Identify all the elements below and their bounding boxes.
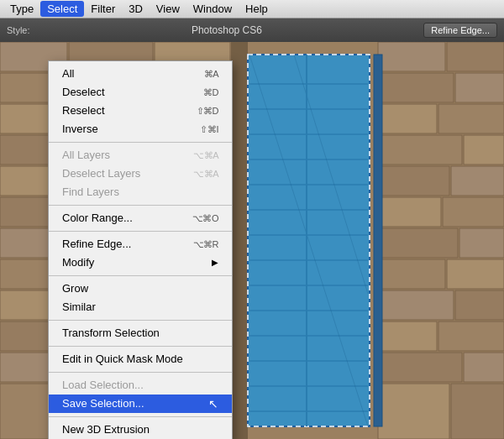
menu-transform-selection-label: Transform Selection xyxy=(62,326,160,341)
svg-rect-12 xyxy=(378,104,437,133)
menu-refine-edge[interactable]: Refine Edge... ⌥⌘R xyxy=(49,235,232,253)
menu-similar[interactable]: Similar xyxy=(49,298,232,316)
app-title: Photoshop CS6 xyxy=(192,24,262,36)
svg-rect-21 xyxy=(451,166,504,196)
svg-rect-37 xyxy=(455,290,504,320)
divider-7 xyxy=(49,372,232,373)
menu-inverse-label: Inverse xyxy=(62,122,98,137)
menu-all-shortcut: ⌘A xyxy=(204,66,218,81)
menu-inverse[interactable]: Inverse ⇧⌘I xyxy=(49,120,232,138)
menu-all-layers-label: All Layers xyxy=(62,148,110,163)
svg-rect-70 xyxy=(374,55,382,426)
menu-all-layers-shortcut: ⌥⌘A xyxy=(193,148,218,163)
svg-rect-29 xyxy=(459,228,504,258)
svg-rect-8 xyxy=(378,73,454,102)
svg-rect-5 xyxy=(447,42,504,71)
menu-reselect-shortcut: ⇧⌘D xyxy=(197,103,218,118)
select-menu-dropdown: All ⌘A Deselect ⌘D Reselect ⇧⌘D Inverse … xyxy=(48,60,233,439)
menu-section-2: All Layers ⌥⌘A Deselect Layers ⌥⌘A Find … xyxy=(49,145,232,202)
menu-refine-edge-shortcut: ⌥⌘R xyxy=(193,237,218,252)
main-canvas: All ⌘A Deselect ⌘D Reselect ⇧⌘D Inverse … xyxy=(0,42,504,439)
menu-save-selection-label: Save Selection... xyxy=(62,396,144,411)
svg-rect-48 xyxy=(378,384,449,439)
svg-rect-33 xyxy=(447,259,504,289)
svg-rect-4 xyxy=(378,42,445,71)
menu-all[interactable]: All ⌘A xyxy=(49,65,232,83)
menu-modify[interactable]: Modify ▶ xyxy=(49,253,232,272)
menu-section-8: Load Selection... Save Selection... ↖ xyxy=(49,375,232,414)
menu-new-3d-extrusion-label: New 3D Extrusion xyxy=(62,422,150,437)
menu-refine-edge-label: Refine Edge... xyxy=(62,237,131,252)
menu-section-9: New 3D Extrusion xyxy=(49,420,232,439)
menu-deselect-layers-label: Deselect Layers xyxy=(62,166,140,181)
menu-all-label: All xyxy=(62,66,74,81)
svg-rect-13 xyxy=(438,104,504,133)
menu-section-3: Color Range... ⌥⌘O xyxy=(49,208,232,228)
menu-modify-label: Modify xyxy=(62,255,94,270)
svg-rect-44 xyxy=(378,353,462,382)
menu-section-5: Grow Similar xyxy=(49,279,232,317)
menu-deselect-shortcut: ⌘D xyxy=(203,85,218,100)
cursor-indicator: ↖ xyxy=(208,396,218,411)
menu-deselect-layers[interactable]: Deselect Layers ⌥⌘A xyxy=(49,165,232,183)
divider-5 xyxy=(49,320,232,321)
menu-type[interactable]: Type xyxy=(3,1,40,17)
svg-rect-45 xyxy=(464,353,504,382)
svg-rect-32 xyxy=(378,259,445,289)
menu-grow-label: Grow xyxy=(62,281,88,296)
menu-transform-selection[interactable]: Transform Selection xyxy=(49,324,232,342)
menu-color-range-shortcut: ⌥⌘O xyxy=(192,211,218,226)
menu-inverse-shortcut: ⇧⌘I xyxy=(200,122,218,137)
menu-find-layers-label: Find Layers xyxy=(62,185,119,200)
svg-rect-28 xyxy=(378,228,458,258)
menu-deselect-label: Deselect xyxy=(62,85,105,100)
svg-rect-16 xyxy=(378,135,462,165)
svg-rect-49 xyxy=(451,384,504,439)
menu-3d[interactable]: 3D xyxy=(122,1,150,17)
menu-section-6: Transform Selection xyxy=(49,323,232,343)
svg-rect-40 xyxy=(378,321,437,351)
menu-quick-mask[interactable]: Edit in Quick Mask Mode xyxy=(49,350,232,368)
svg-rect-25 xyxy=(443,197,504,227)
menu-section-4: Refine Edge... ⌥⌘R Modify ▶ xyxy=(49,234,232,273)
menu-deselect-layers-shortcut: ⌥⌘A xyxy=(193,166,218,181)
menu-reselect[interactable]: Reselect ⇧⌘D xyxy=(49,102,232,120)
refine-edge-button[interactable]: Refine Edge... xyxy=(423,23,497,38)
menu-deselect[interactable]: Deselect ⌘D xyxy=(49,83,232,102)
menu-color-range[interactable]: Color Range... ⌥⌘O xyxy=(49,209,232,227)
menu-section-7: Edit in Quick Mask Mode xyxy=(49,349,232,369)
menu-section-1: All ⌘A Deselect ⌘D Reselect ⇧⌘D Inverse … xyxy=(49,64,232,139)
menu-load-selection-label: Load Selection... xyxy=(62,378,144,393)
menu-find-layers[interactable]: Find Layers xyxy=(49,183,232,201)
submenu-arrow-icon: ▶ xyxy=(212,255,218,270)
menu-view[interactable]: View xyxy=(150,1,186,17)
svg-rect-36 xyxy=(378,290,454,320)
svg-rect-17 xyxy=(464,135,504,165)
svg-rect-9 xyxy=(455,73,504,102)
svg-rect-50 xyxy=(231,42,248,439)
divider-1 xyxy=(49,142,232,143)
menu-color-range-label: Color Range... xyxy=(62,211,133,226)
menu-load-selection[interactable]: Load Selection... xyxy=(49,376,232,395)
menu-bar: Type Select Filter 3D View Window Help xyxy=(0,0,504,18)
divider-4 xyxy=(49,275,232,276)
divider-6 xyxy=(49,346,232,347)
svg-rect-41 xyxy=(438,321,504,351)
menu-reselect-label: Reselect xyxy=(62,103,105,118)
divider-2 xyxy=(49,205,232,206)
menu-window[interactable]: Window xyxy=(186,1,239,17)
menu-select[interactable]: Select xyxy=(40,1,84,17)
menu-grow[interactable]: Grow xyxy=(49,280,232,298)
menu-similar-label: Similar xyxy=(62,300,96,315)
options-bar: Style: Photoshop CS6 Refine Edge... xyxy=(0,18,504,42)
menu-new-3d-extrusion[interactable]: New 3D Extrusion xyxy=(49,421,232,439)
menu-quick-mask-label: Edit in Quick Mask Mode xyxy=(62,352,183,367)
menu-all-layers[interactable]: All Layers ⌥⌘A xyxy=(49,146,232,165)
menu-help[interactable]: Help xyxy=(239,1,275,17)
menu-filter[interactable]: Filter xyxy=(84,1,122,17)
svg-rect-24 xyxy=(378,197,441,227)
svg-rect-20 xyxy=(378,166,449,196)
menu-save-selection[interactable]: Save Selection... ↖ xyxy=(49,395,232,413)
style-label: Style: xyxy=(7,25,30,35)
divider-8 xyxy=(49,416,232,417)
